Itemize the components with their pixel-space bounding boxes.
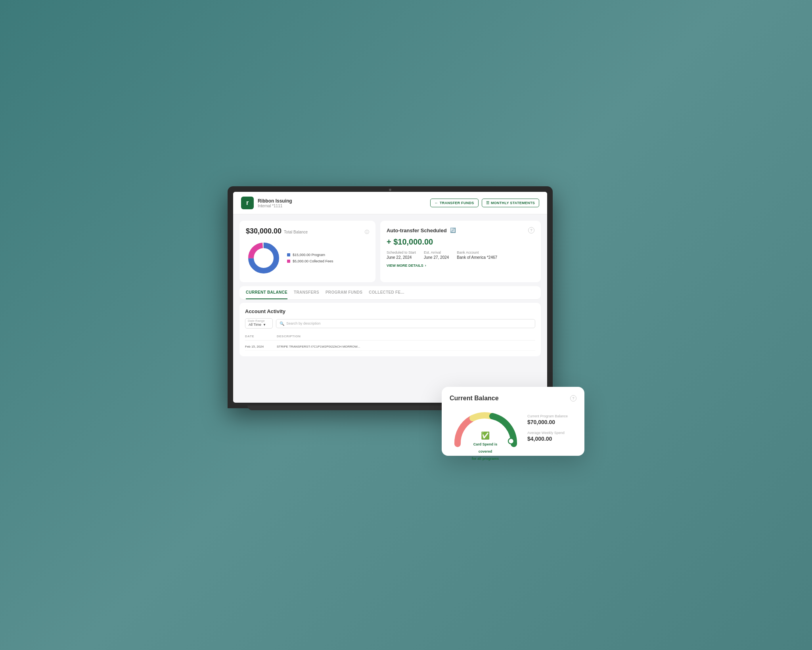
- legend-fees: $5,000.00 Collected Fees: [287, 259, 333, 263]
- total-balance-amount: $30,000.00: [246, 227, 282, 235]
- bank-group: Bank Account Bank of America *2467: [457, 250, 497, 260]
- col-description: DESCRIPTION: [277, 335, 535, 338]
- laptop-camera: [389, 189, 391, 191]
- date-range-label: Date Range: [248, 319, 265, 323]
- table-row: Feb 15, 2024 STRIPE TRANSFERST-I7C1P1W2P…: [245, 343, 535, 351]
- weekly-spend-label: Average Weekly Spend: [527, 431, 568, 435]
- statements-icon: ☰: [486, 201, 489, 205]
- laptop-body: r Ribbon Issuing Internal *1111 ↔ TRANSF…: [228, 186, 553, 408]
- weekly-spend-group: Average Weekly Spend $4,000.00: [527, 431, 568, 442]
- gauge-center: ✅ Card Spend is coveredfor all programs: [467, 431, 503, 461]
- date-range-value: All Time: [249, 323, 261, 327]
- laptop-screen: r Ribbon Issuing Internal *1111 ↔ TRANSF…: [233, 192, 547, 403]
- brand-logo: r: [241, 197, 254, 209]
- floating-card-header: Current Balance ?: [450, 395, 576, 402]
- gauge-chart: ✅ Card Spend is coveredfor all programs: [450, 408, 521, 448]
- cards-row: $30,000.00 Total Balance ⓘ: [239, 221, 541, 282]
- brand-text: Ribbon Issuing Internal *1111: [258, 198, 292, 208]
- search-placeholder: Search by description: [286, 321, 321, 325]
- balance-card: $30,000.00 Total Balance ⓘ: [239, 221, 375, 282]
- table-header: DATE DESCRIPTION: [245, 333, 535, 340]
- tabs-row: CURRENT BALANCE TRANSFERS PROGRAM FUNDS …: [239, 286, 541, 300]
- row-description: STRIPE TRANSFERST-I7C1P1W2P0I2ZACH MORRO…: [277, 345, 535, 348]
- brand-logo-letter: r: [246, 199, 249, 206]
- monthly-statements-button[interactable]: ☰ MONTHLY STATEMENTS: [482, 199, 539, 207]
- autotransfer-card: Auto-transfer Scheduled 🔄 ? + $10,000.00…: [380, 221, 541, 282]
- arrival-label: Est. Arrival: [424, 250, 449, 254]
- filter-row: Date Range All Time ▼ 🔍 Search by descri…: [245, 318, 535, 329]
- row-date: Feb 15, 2024: [245, 345, 273, 348]
- tab-program-funds[interactable]: PROGRAM FUNDS: [326, 286, 362, 299]
- refresh-icon: 🔄: [450, 228, 456, 233]
- floating-title: Current Balance: [450, 395, 499, 402]
- legend-dot-program: [287, 253, 290, 256]
- brand-name: Ribbon Issuing: [258, 198, 292, 204]
- tab-collected-fees[interactable]: COLLECTED FE...: [369, 286, 404, 299]
- scheduled-label: Scheduled to Start: [387, 250, 416, 254]
- bank-label: Bank Account: [457, 250, 497, 254]
- scheduled-group: Scheduled to Start June 22, 2024: [387, 250, 416, 260]
- legend-fees-text: $5,000.00 Collected Fees: [293, 259, 333, 263]
- donut-chart-area: $15,000.00 Program $5,000.00 Collected F…: [246, 240, 369, 276]
- screen-body: $30,000.00 Total Balance ⓘ: [233, 214, 547, 402]
- tab-current-balance[interactable]: CURRENT BALANCE: [246, 286, 287, 299]
- scene: r Ribbon Issuing Internal *1111 ↔ TRANSF…: [228, 186, 584, 464]
- program-balance-label: Current Program Balance: [527, 414, 568, 418]
- autotransfer-help-icon: ?: [528, 227, 534, 233]
- brand-account: Internal *1111: [258, 204, 292, 208]
- col-date: DATE: [245, 335, 273, 338]
- program-balance-group: Current Program Balance $70,000.00: [527, 414, 568, 425]
- scheduled-date: June 22, 2024: [387, 255, 416, 260]
- monthly-statements-label: MONTHLY STATEMENTS: [491, 201, 535, 205]
- screen-header: r Ribbon Issuing Internal *1111 ↔ TRANSF…: [233, 192, 547, 214]
- autotransfer-header: Auto-transfer Scheduled 🔄 ?: [387, 227, 534, 233]
- transfer-funds-label: TRANSFER FUNDS: [440, 201, 474, 205]
- transfer-amount: + $10,000.00: [387, 237, 534, 247]
- legend-program-text: $15,000.00 Program: [293, 253, 325, 257]
- floating-help-icon: ?: [570, 395, 576, 401]
- gauge-check-icon: ✅: [467, 431, 503, 440]
- gauge-status-text: Card Spend is coveredfor all programs: [472, 442, 499, 461]
- view-more-link[interactable]: VIEW MORE DETAILS ›: [387, 264, 534, 268]
- transfer-funds-button[interactable]: ↔ TRANSFER FUNDS: [430, 199, 479, 207]
- gauge-stats: Current Program Balance $70,000.00 Avera…: [527, 414, 568, 442]
- activity-title: Account Activity: [245, 308, 535, 314]
- header-actions: ↔ TRANSFER FUNDS ☰ MONTHLY STATEMENTS: [430, 199, 539, 207]
- floating-card: Current Balance ? ✅ Card Spend is covere…: [442, 387, 584, 456]
- balance-header: $30,000.00 Total Balance ⓘ: [246, 227, 369, 235]
- program-balance-value: $70,000.00: [527, 419, 568, 425]
- donut-legend: $15,000.00 Program $5,000.00 Collected F…: [287, 253, 333, 263]
- bank-value: Bank of America *2467: [457, 255, 497, 260]
- total-balance-label: Total Balance: [284, 230, 308, 234]
- transfer-icon: ↔: [435, 201, 438, 205]
- date-range-select[interactable]: Date Range All Time ▼: [245, 318, 273, 329]
- chevron-down-icon: ▼: [263, 323, 266, 327]
- arrival-group: Est. Arrival June 27, 2024: [424, 250, 449, 260]
- balance-info-icon: ⓘ: [365, 229, 369, 235]
- autotransfer-title: Auto-transfer Scheduled: [387, 228, 447, 233]
- legend-dot-fees: [287, 260, 290, 263]
- activity-panel: Account Activity Date Range All Time ▼ 🔍…: [239, 303, 541, 356]
- brand: r Ribbon Issuing Internal *1111: [241, 197, 292, 209]
- weekly-spend-value: $4,000.00: [527, 436, 568, 442]
- transfer-details: Scheduled to Start June 22, 2024 Est. Ar…: [387, 250, 534, 260]
- donut-chart: [246, 240, 282, 276]
- search-box[interactable]: 🔍 Search by description: [276, 319, 535, 328]
- arrival-date: June 27, 2024: [424, 255, 449, 260]
- search-icon: 🔍: [280, 321, 284, 326]
- tab-transfers[interactable]: TRANSFERS: [294, 286, 319, 299]
- legend-program: $15,000.00 Program: [287, 253, 333, 257]
- svg-point-3: [508, 438, 514, 444]
- gauge-area: ✅ Card Spend is coveredfor all programs …: [450, 408, 576, 448]
